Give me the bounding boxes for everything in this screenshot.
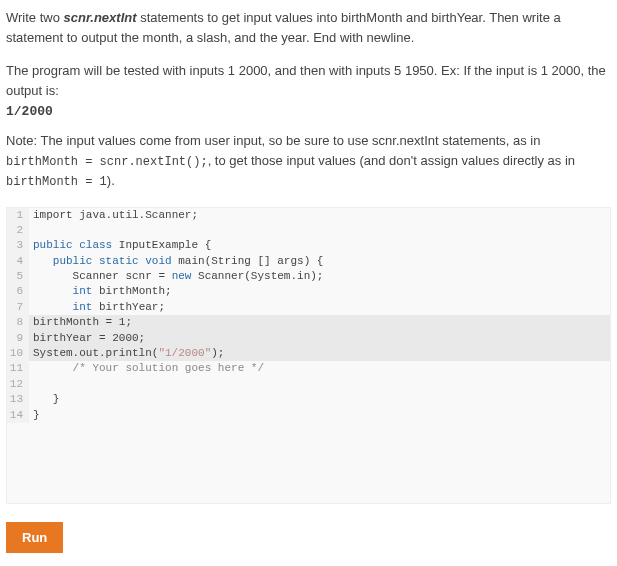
line-number: 12 (7, 377, 29, 392)
code-line[interactable]: 10System.out.println("1/2000"); (7, 346, 610, 361)
code-source: /* Your solution goes here */ (29, 361, 264, 376)
code-source: public static void main(String [] args) … (29, 254, 323, 269)
note-pre: Note: The input values come from user in… (6, 133, 540, 148)
program-test-sample: 1/2000 (6, 104, 611, 119)
code-source: int birthYear; (29, 300, 165, 315)
program-test-line: The program will be tested with inputs 1… (6, 61, 611, 100)
instructions: Write two scnr.nextInt statements to get… (6, 8, 611, 47)
code-line[interactable]: 9birthYear = 2000; (7, 331, 610, 346)
code-editor[interactable]: 1import java.util.Scanner;23public class… (6, 207, 611, 504)
note-code1: birthMonth = scnr.nextInt(); (6, 155, 208, 169)
code-line[interactable]: 12 (7, 377, 610, 392)
line-number: 11 (7, 361, 29, 376)
line-number: 2 (7, 223, 29, 238)
line-number: 6 (7, 284, 29, 299)
code-line[interactable]: 11 /* Your solution goes here */ (7, 361, 610, 376)
code-line[interactable]: 7 int birthYear; (7, 300, 610, 315)
code-source: int birthMonth; (29, 284, 172, 299)
code-source: public class InputExample { (29, 238, 211, 253)
code-source: birthYear = 2000; (29, 331, 145, 346)
code-source: import java.util.Scanner; (29, 208, 198, 223)
code-source: } (29, 392, 59, 407)
line-number: 5 (7, 269, 29, 284)
line-number: 9 (7, 331, 29, 346)
line-number: 14 (7, 408, 29, 423)
line-number: 3 (7, 238, 29, 253)
code-line[interactable]: 1import java.util.Scanner; (7, 208, 610, 223)
code-line[interactable]: 4 public static void main(String [] args… (7, 254, 610, 269)
instr-bold: scnr.nextInt (64, 10, 137, 25)
code-line[interactable]: 5 Scanner scnr = new Scanner(System.in); (7, 269, 610, 284)
code-line[interactable]: 13 } (7, 392, 610, 407)
code-source: System.out.println("1/2000"); (29, 346, 224, 361)
line-number: 7 (7, 300, 29, 315)
code-line[interactable]: 3public class InputExample { (7, 238, 610, 253)
code-line[interactable]: 14} (7, 408, 610, 423)
line-number: 10 (7, 346, 29, 361)
note: Note: The input values come from user in… (6, 131, 611, 191)
note-mid: , to get those input values (and don't a… (208, 153, 575, 168)
code-source: birthMonth = 1; (29, 315, 132, 330)
note-post: ). (107, 173, 115, 188)
code-line[interactable]: 2 (7, 223, 610, 238)
instr-pre: Write two (6, 10, 64, 25)
code-line[interactable]: 8birthMonth = 1; (7, 315, 610, 330)
note-code2: birthMonth = 1 (6, 175, 107, 189)
line-number: 1 (7, 208, 29, 223)
line-number: 8 (7, 315, 29, 330)
run-button[interactable]: Run (6, 522, 63, 553)
code-line[interactable]: 6 int birthMonth; (7, 284, 610, 299)
line-number: 4 (7, 254, 29, 269)
line-number: 13 (7, 392, 29, 407)
code-source: Scanner scnr = new Scanner(System.in); (29, 269, 323, 284)
code-source: } (29, 408, 40, 423)
